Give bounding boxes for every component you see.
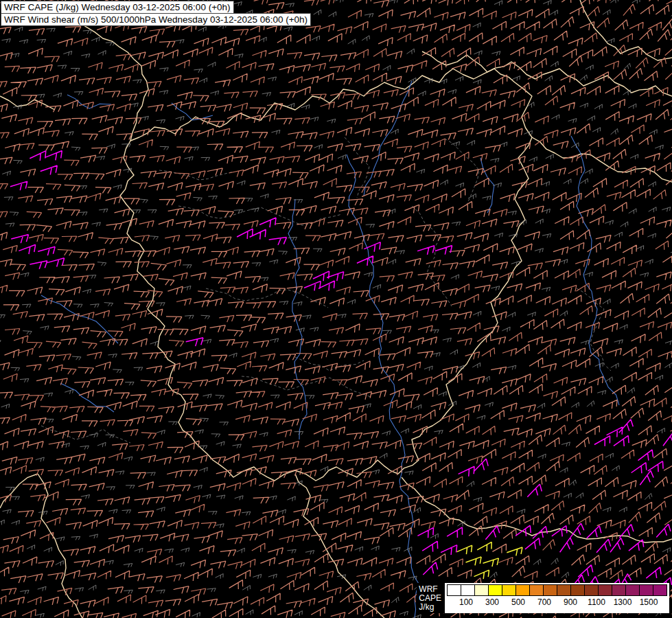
- legend-swatch: [612, 584, 626, 596]
- legend-swatch: [570, 584, 585, 596]
- legend-tick: 700: [531, 597, 557, 607]
- map-title: WRF CAPE (J/kg) Wednesday 03-12-2025 06:…: [1, 1, 311, 26]
- weather-map-viewport: WRF CAPE (J/kg) Wednesday 03-12-2025 06:…: [0, 0, 672, 618]
- legend-key: WRF CAPE J/kg: [417, 583, 445, 613]
- legend-swatch: [529, 584, 544, 596]
- legend-tick: 300: [479, 597, 505, 607]
- legend-swatch: [625, 584, 640, 596]
- legend-tick-labels: 100300500700900110013001500: [447, 596, 667, 608]
- legend-tick: 100: [453, 597, 479, 607]
- cape-legend: WRF CAPE J/kg 10030050070090011001300150…: [417, 583, 669, 613]
- legend-swatch: [598, 584, 612, 596]
- legend-swatch: [543, 584, 557, 596]
- title-shear-line: WRF Wind shear (m/s) 500/1000hPa Wednesd…: [1, 13, 311, 26]
- legend-tick: 1100: [583, 597, 610, 607]
- legend-unit-label: J/kg: [419, 603, 441, 612]
- wind-barb-map: [0, 0, 672, 618]
- legend-swatch: [515, 584, 530, 596]
- legend-swatch: [639, 584, 653, 596]
- legend-swatch: [488, 584, 502, 596]
- legend-tick: 1500: [636, 597, 662, 607]
- legend-tick: 1300: [610, 597, 636, 607]
- legend-swatch: [502, 584, 516, 596]
- legend-swatch: [447, 584, 461, 596]
- legend-swatch: [653, 584, 667, 596]
- legend-tick: 900: [557, 597, 583, 607]
- legend-swatch: [461, 584, 475, 596]
- legend-swatch: [557, 584, 571, 596]
- title-cape-line: WRF CAPE (J/kg) Wednesday 03-12-2025 06:…: [1, 1, 234, 14]
- legend-swatch: [584, 584, 599, 596]
- legend-colorbar: [447, 584, 667, 596]
- legend-swatch: [474, 584, 489, 596]
- legend-tick: 500: [505, 597, 531, 607]
- legend-scale: 100300500700900110013001500: [445, 583, 669, 613]
